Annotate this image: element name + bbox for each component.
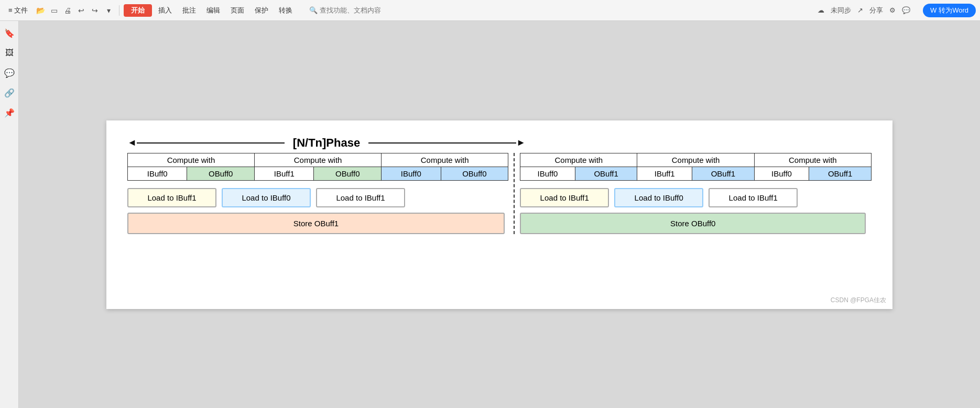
right-header-2: Compute with (754, 153, 871, 167)
left-compute-header-row: Compute with Compute with Compute with (128, 153, 508, 167)
left-compute-data-row: IBuff0 OBuff0 IBuff1 OBuff0 IBuff0 OBuff… (128, 167, 508, 180)
open-icon[interactable]: 📂 (34, 4, 47, 17)
convert-menu[interactable]: 转换 (275, 4, 297, 17)
dropdown-icon[interactable]: ▾ (102, 4, 115, 17)
left-load-row: Load to IBuff1 Load to IBuff0 Load to IB… (127, 188, 508, 207)
left-obuff0-1: OBuff0 (314, 167, 382, 180)
diagram-split: Compute with Compute with Compute with I… (127, 153, 872, 234)
phase-header: ◄ [N/Tn]Phase ► (127, 136, 526, 150)
right-header-1: Compute with (637, 153, 754, 167)
share-label: 分享 (869, 6, 883, 15)
left-compute-table: Compute with Compute with Compute with I… (127, 153, 508, 181)
right-ibuff1-1: IBuff1 (637, 167, 692, 180)
left-obuff0-0: OBuff0 (187, 167, 255, 180)
right-compute-data-row: IBuff0 OBuff1 IBuff1 OBuff1 IBuff0 OBuff… (520, 167, 872, 180)
right-store-box: Store OBuff0 (520, 213, 866, 234)
page-menu[interactable]: 页面 (226, 4, 248, 17)
document-canvas: ◄ [N/Tn]Phase ► Compute with Compute wit… (106, 120, 892, 309)
link-icon[interactable]: 🔗 (4, 87, 15, 98)
right-panel: Compute with Compute with Compute with I… (515, 153, 872, 234)
settings-icon[interactable]: ⚙ (889, 6, 896, 14)
left-header-2: Compute with (382, 153, 508, 167)
phase-arrow-row: ◄ [N/Tn]Phase ► (127, 136, 526, 150)
search-input[interactable] (320, 6, 404, 14)
left-load-0: Load to IBuff1 (127, 188, 216, 207)
right-ibuff0-2: IBuff0 (754, 167, 809, 180)
main-content: ◄ [N/Tn]Phase ► Compute with Compute wit… (19, 21, 980, 408)
phase-line-right (368, 142, 516, 144)
search-area: 🔍 (309, 6, 404, 14)
right-obuff1-1: OBuff1 (692, 167, 755, 180)
layout-icon[interactable]: ▭ (48, 4, 60, 17)
toolbar-icons: 📂 ▭ 🖨 ↩ ↪ ▾ (34, 4, 115, 17)
pin-icon[interactable]: 📌 (4, 107, 15, 118)
right-load-1: Load to IBuff0 (614, 188, 703, 207)
watermark: CSDN @FPGA佳农 (831, 296, 886, 305)
protect-menu[interactable]: 保护 (251, 4, 273, 17)
start-button[interactable]: 开始 (124, 4, 152, 17)
right-obuff1-2: OBuff1 (809, 167, 872, 180)
toolbar: ≡ 文件 📂 ▭ 🖨 ↩ ↪ ▾ 开始 插入 批注 编辑 页面 保护 转换 🔍 … (0, 0, 980, 21)
right-ibuff0-0: IBuff0 (520, 167, 575, 180)
right-load-2: Load to IBuff1 (709, 188, 798, 207)
edit-menu[interactable]: 编辑 (202, 4, 224, 17)
left-header-0: Compute with (128, 153, 255, 167)
sync-label: 未同步 (831, 6, 851, 15)
left-header-1: Compute with (255, 153, 382, 167)
left-obuff0-2: OBuff0 (441, 167, 508, 180)
right-load-row: Load to IBuff1 Load to IBuff0 Load to IB… (520, 188, 872, 207)
right-load-0: Load to IBuff1 (520, 188, 609, 207)
image-icon[interactable]: 🖼 (4, 47, 15, 59)
left-load-1: Load to IBuff0 (222, 188, 311, 207)
bookmark-icon[interactable]: 🔖 (4, 27, 15, 39)
print-icon[interactable]: 🖨 (61, 4, 74, 17)
word-icon: W (930, 6, 937, 14)
search-icon: 🔍 (309, 6, 318, 14)
arrow-left-icon: ◄ (127, 137, 137, 148)
right-header-0: Compute with (520, 153, 637, 167)
phase-line-left (137, 142, 285, 144)
right-store-container: Store OBuff0 (520, 213, 872, 234)
left-panel: Compute with Compute with Compute with I… (127, 153, 515, 234)
left-sidebar: 🔖 🖼 💬 🔗 📌 (0, 21, 19, 408)
share-icon: ↗ (857, 6, 863, 14)
right-obuff1-0: OBuff1 (575, 167, 637, 180)
right-compute-table: Compute with Compute with Compute with I… (520, 153, 872, 181)
right-compute-header-row: Compute with Compute with Compute with (520, 153, 872, 167)
phase-label: [N/Tn]Phase (285, 136, 368, 150)
left-ibuff1-1: IBuff1 (255, 167, 314, 180)
file-menu[interactable]: ≡ 文件 (4, 4, 32, 17)
left-ibuff0-0: IBuff0 (128, 167, 187, 180)
left-ibuff0-2: IBuff0 (382, 167, 441, 180)
convert-word-button[interactable]: W 转为Word (923, 4, 976, 17)
message-icon[interactable]: 💬 (902, 6, 910, 14)
insert-menu[interactable]: 插入 (154, 4, 176, 17)
toolbar-right: ☁ 未同步 ↗ 分享 ⚙ 💬 (818, 6, 910, 15)
annotate-menu[interactable]: 批注 (178, 4, 200, 17)
undo-icon[interactable]: ↩ (75, 4, 88, 17)
left-store-box: Store OBuff1 (127, 213, 505, 234)
cloud-icon: ☁ (818, 6, 824, 14)
redo-icon[interactable]: ↪ (89, 4, 101, 17)
arrow-right-icon: ► (516, 137, 526, 148)
left-store-container: Store OBuff1 (127, 213, 508, 234)
left-load-2: Load to IBuff1 (316, 188, 405, 207)
comment-icon[interactable]: 💬 (4, 67, 15, 79)
separator-1 (119, 5, 119, 16)
